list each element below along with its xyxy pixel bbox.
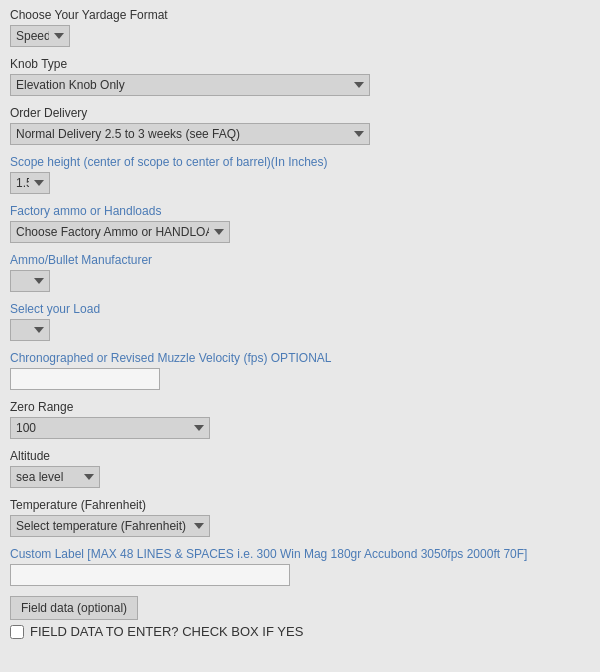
- altitude-label: Altitude: [10, 449, 590, 463]
- temperature-group: Temperature (Fahrenheit) Select temperat…: [10, 498, 590, 537]
- order-delivery-label: Order Delivery: [10, 106, 590, 120]
- scope-height-group: Scope height (center of scope to center …: [10, 155, 590, 194]
- muzzle-velocity-label: Chronographed or Revised Muzzle Velocity…: [10, 351, 590, 365]
- select-load-group: Select your Load: [10, 302, 590, 341]
- ammo-manufacturer-select[interactable]: [10, 270, 50, 292]
- custom-label-label: Custom Label [MAX 48 LINES & SPACES i.e.…: [10, 547, 590, 561]
- factory-ammo-select[interactable]: Choose Factory Ammo or HANDLOADS Factory…: [10, 221, 230, 243]
- field-data-checkbox[interactable]: [10, 625, 24, 639]
- scope-height-select[interactable]: 1.5" 1.0" 2.0" 2.5": [10, 172, 50, 194]
- factory-ammo-group: Factory ammo or Handloads Choose Factory…: [10, 204, 590, 243]
- scope-height-label: Scope height (center of scope to center …: [10, 155, 590, 169]
- zero-range-select[interactable]: 100 50 200 300: [10, 417, 210, 439]
- field-data-group: Field data (optional) FIELD DATA TO ENTE…: [10, 596, 590, 639]
- ammo-manufacturer-group: Ammo/Bullet Manufacturer: [10, 253, 590, 292]
- custom-label-input[interactable]: [10, 564, 290, 586]
- muzzle-velocity-group: Chronographed or Revised Muzzle Velocity…: [10, 351, 590, 390]
- knob-type-label: Knob Type: [10, 57, 590, 71]
- temperature-label: Temperature (Fahrenheit): [10, 498, 590, 512]
- altitude-select[interactable]: sea level 1000 ft 2000 ft 3000 ft 5000 f…: [10, 466, 100, 488]
- altitude-group: Altitude sea level 1000 ft 2000 ft 3000 …: [10, 449, 590, 488]
- ammo-manufacturer-label: Ammo/Bullet Manufacturer: [10, 253, 590, 267]
- order-delivery-select[interactable]: Normal Delivery 2.5 to 3 weeks (see FAQ)…: [10, 123, 370, 145]
- order-delivery-group: Order Delivery Normal Delivery 2.5 to 3 …: [10, 106, 590, 145]
- factory-ammo-label: Factory ammo or Handloads: [10, 204, 590, 218]
- zero-range-group: Zero Range 100 50 200 300: [10, 400, 590, 439]
- custom-label-group: Custom Label [MAX 48 LINES & SPACES i.e.…: [10, 547, 590, 586]
- knob-type-group: Knob Type Elevation Knob Only Elevation …: [10, 57, 590, 96]
- yardage-format-label: Choose Your Yardage Format: [10, 8, 590, 22]
- yardage-format-select[interactable]: Speed Dial Standard Custom: [10, 25, 70, 47]
- field-data-button[interactable]: Field data (optional): [10, 596, 138, 620]
- temperature-select[interactable]: Select temperature (Fahrenheit) 0°F 20°F…: [10, 515, 210, 537]
- field-data-checkbox-label: FIELD DATA TO ENTER? CHECK BOX IF YES: [30, 624, 303, 639]
- zero-range-label: Zero Range: [10, 400, 590, 414]
- knob-type-select[interactable]: Elevation Knob Only Elevation and Windag…: [10, 74, 370, 96]
- select-load-select[interactable]: [10, 319, 50, 341]
- select-load-label: Select your Load: [10, 302, 590, 316]
- yardage-format-group: Choose Your Yardage Format Speed Dial St…: [10, 8, 590, 47]
- field-data-checkbox-row: FIELD DATA TO ENTER? CHECK BOX IF YES: [10, 624, 590, 639]
- muzzle-velocity-input[interactable]: [10, 368, 160, 390]
